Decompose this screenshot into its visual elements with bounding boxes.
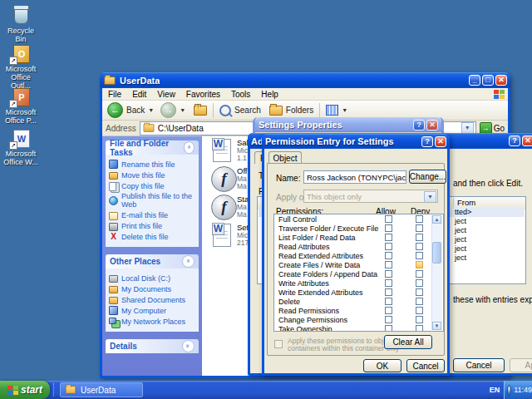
back-dropdown-icon[interactable]: ▼ bbox=[148, 107, 154, 113]
permissions-list[interactable]: Full Control Traverse Folder / Execute F… bbox=[273, 214, 444, 332]
explorer-titlebar[interactable]: UserData _ □ ✕ bbox=[100, 72, 510, 88]
clear-all-button[interactable]: Clear All bbox=[384, 335, 432, 349]
deny-checkbox[interactable] bbox=[416, 307, 423, 314]
place-my-network[interactable]: My Network Places bbox=[109, 317, 197, 326]
deny-checkbox[interactable] bbox=[416, 270, 423, 278]
place-my-computer[interactable]: My Computer bbox=[109, 306, 197, 315]
ok-button[interactable]: OK bbox=[363, 359, 401, 372]
clock[interactable]: 11:49 bbox=[514, 386, 532, 394]
menu-file[interactable]: File bbox=[108, 90, 121, 99]
scrollbar[interactable]: ▲ ▼ bbox=[431, 215, 442, 330]
menu-help[interactable]: Help bbox=[261, 90, 278, 99]
desktop-icon-recycle-bin[interactable]: Recycle Bin bbox=[2, 5, 40, 43]
task-copy-file[interactable]: Copy this file bbox=[109, 181, 197, 190]
language-indicator[interactable]: EN bbox=[487, 383, 502, 397]
maximize-button[interactable]: □ bbox=[482, 75, 494, 86]
deny-checkbox[interactable] bbox=[416, 316, 423, 323]
deny-checkbox[interactable] bbox=[416, 325, 423, 332]
views-dropdown-icon[interactable]: ▼ bbox=[342, 107, 347, 113]
combo-dropdown-icon: ▼ bbox=[424, 191, 436, 203]
allow-checkbox[interactable] bbox=[385, 298, 392, 305]
deny-checkbox[interactable] bbox=[416, 252, 423, 259]
menu-favorites[interactable]: Favorites bbox=[186, 90, 220, 99]
allow-checkbox[interactable] bbox=[385, 279, 392, 287]
back-button[interactable]: ← bbox=[107, 102, 123, 118]
forward-dropdown-icon[interactable]: ▼ bbox=[180, 107, 185, 113]
desktop-icon-office-p[interactable]: P↗ MicrosoftOffice P... bbox=[2, 86, 40, 125]
allow-checkbox[interactable] bbox=[385, 261, 392, 268]
tray-icon[interactable] bbox=[507, 385, 511, 396]
allow-checkbox[interactable] bbox=[385, 243, 392, 250]
deny-checkbox[interactable] bbox=[416, 288, 423, 296]
scrollbar-thumb[interactable] bbox=[432, 242, 441, 264]
deny-checkbox[interactable] bbox=[416, 224, 423, 232]
cancel-button[interactable]: Cancel bbox=[406, 359, 445, 372]
name-field[interactable]: Ross Jackson (TONYPC\jacksonr) bbox=[303, 170, 406, 184]
allow-checkbox[interactable] bbox=[385, 234, 392, 241]
allow-checkbox[interactable] bbox=[385, 270, 392, 278]
folders-label[interactable]: Folders bbox=[286, 106, 313, 115]
deny-checkbox[interactable] bbox=[416, 298, 423, 305]
chevron-down-icon[interactable]: « bbox=[182, 340, 195, 352]
task-delete-file[interactable]: XDelete this file bbox=[109, 232, 197, 241]
help-button[interactable]: ? bbox=[509, 135, 520, 146]
allow-checkbox[interactable] bbox=[385, 252, 392, 259]
tab-object[interactable]: Object bbox=[268, 151, 302, 164]
deny-checkbox[interactable] bbox=[416, 279, 423, 287]
allow-checkbox[interactable] bbox=[385, 307, 392, 314]
menu-tools[interactable]: Tools bbox=[231, 90, 250, 99]
allow-checkbox[interactable] bbox=[385, 325, 392, 332]
scroll-down-icon[interactable]: ▼ bbox=[432, 322, 441, 330]
close-button[interactable]: ✕ bbox=[435, 136, 446, 147]
section-header[interactable]: File and Folder Tasks « bbox=[106, 140, 199, 155]
chevron-up-icon[interactable]: « bbox=[182, 255, 195, 268]
task-print-file[interactable]: Print this file bbox=[109, 221, 197, 230]
allow-checkbox[interactable] bbox=[385, 316, 392, 323]
menu-view[interactable]: View bbox=[157, 90, 175, 99]
desktop-icon-office-outlook[interactable]: O↗ MicrosoftOffice Outl... bbox=[2, 43, 40, 90]
section-header[interactable]: Other Places « bbox=[106, 254, 199, 268]
task-move-file[interactable]: Move this file bbox=[109, 170, 197, 180]
place-local-disk[interactable]: Local Disk (C:) bbox=[109, 273, 197, 283]
permission-row: Read Permissions bbox=[274, 306, 443, 315]
allow-checkbox[interactable] bbox=[385, 224, 392, 232]
help-button[interactable]: ? bbox=[421, 136, 433, 147]
forward-button[interactable]: → bbox=[160, 102, 176, 118]
views-icon[interactable] bbox=[326, 105, 338, 116]
deny-checkbox-highlighted[interactable] bbox=[416, 261, 423, 268]
menu-edit[interactable]: Edit bbox=[132, 90, 146, 99]
help-button[interactable]: ? bbox=[413, 120, 425, 131]
place-my-documents[interactable]: My Documents bbox=[109, 284, 197, 293]
search-icon[interactable] bbox=[219, 105, 231, 116]
chevron-up-icon[interactable]: « bbox=[184, 141, 195, 154]
minimize-button[interactable]: _ bbox=[469, 75, 480, 86]
taskbar-button-userdata[interactable]: UserData bbox=[60, 382, 143, 397]
desktop: Recycle Bin O↗ MicrosoftOffice Outl... P… bbox=[0, 0, 532, 399]
desktop-icon-office-word[interactable]: W↗ MicrosoftOffice W... bbox=[2, 128, 40, 166]
allow-checkbox[interactable] bbox=[385, 288, 392, 296]
task-email-file[interactable]: E-mail this file bbox=[109, 210, 197, 219]
task-rename-file[interactable]: Rename this file bbox=[109, 160, 197, 169]
start-button[interactable]: start bbox=[0, 381, 50, 399]
search-label[interactable]: Search bbox=[234, 106, 261, 115]
task-publish-file[interactable]: Publish this file to the Web bbox=[109, 192, 197, 209]
close-button[interactable]: ✕ bbox=[522, 135, 532, 146]
section-other-places: Other Places « Local Disk (C:) My Docume… bbox=[106, 254, 199, 332]
close-button[interactable]: ✕ bbox=[426, 120, 438, 131]
close-button[interactable]: ✕ bbox=[495, 75, 507, 86]
section-header[interactable]: Details « bbox=[106, 339, 199, 353]
deny-checkbox[interactable] bbox=[416, 243, 423, 250]
deny-checkbox[interactable] bbox=[416, 234, 423, 241]
up-button[interactable]: ↑ bbox=[194, 106, 207, 116]
folders-icon[interactable] bbox=[269, 106, 283, 116]
place-shared-documents[interactable]: Shared Documents bbox=[109, 295, 197, 304]
scroll-up-icon[interactable]: ▲ bbox=[432, 215, 441, 224]
properties-titlebar[interactable]: Settings Properties ? ✕ bbox=[255, 117, 441, 132]
cancel-button[interactable]: Cancel bbox=[453, 358, 505, 372]
deny-checkbox[interactable] bbox=[416, 215, 423, 223]
apply-note-line2: containers within this container only bbox=[288, 345, 399, 352]
allow-checkbox[interactable] bbox=[385, 215, 392, 223]
address-value: C:\UserData bbox=[158, 124, 204, 133]
permission-titlebar[interactable]: Permission Entry for Settings ? ✕ bbox=[262, 134, 450, 149]
change-button[interactable]: Change... bbox=[409, 170, 446, 184]
